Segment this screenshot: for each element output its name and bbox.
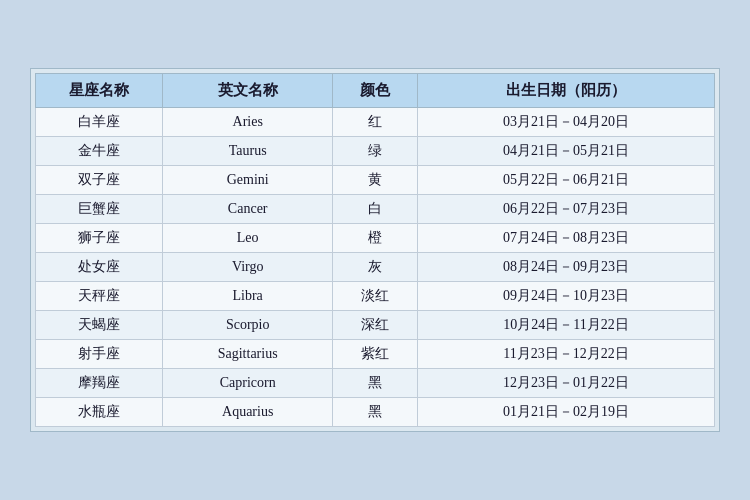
cell-english: Sagittarius <box>163 340 333 369</box>
cell-date: 06月22日－07月23日 <box>417 195 714 224</box>
table-row: 天秤座Libra淡红09月24日－10月23日 <box>36 282 715 311</box>
cell-chinese: 狮子座 <box>36 224 163 253</box>
cell-english: Aries <box>163 108 333 137</box>
cell-english: Capricorn <box>163 369 333 398</box>
cell-chinese: 天秤座 <box>36 282 163 311</box>
header-date: 出生日期（阳历） <box>417 74 714 108</box>
cell-color: 黑 <box>333 398 418 427</box>
cell-date: 09月24日－10月23日 <box>417 282 714 311</box>
table-row: 双子座Gemini黄05月22日－06月21日 <box>36 166 715 195</box>
header-color: 颜色 <box>333 74 418 108</box>
table-row: 狮子座Leo橙07月24日－08月23日 <box>36 224 715 253</box>
table-row: 射手座Sagittarius紫红11月23日－12月22日 <box>36 340 715 369</box>
cell-chinese: 巨蟹座 <box>36 195 163 224</box>
cell-date: 12月23日－01月22日 <box>417 369 714 398</box>
zodiac-table: 星座名称 英文名称 颜色 出生日期（阳历） 白羊座Aries红03月21日－04… <box>35 73 715 427</box>
cell-color: 淡红 <box>333 282 418 311</box>
table-row: 水瓶座Aquarius黑01月21日－02月19日 <box>36 398 715 427</box>
cell-chinese: 白羊座 <box>36 108 163 137</box>
table-row: 白羊座Aries红03月21日－04月20日 <box>36 108 715 137</box>
cell-date: 01月21日－02月19日 <box>417 398 714 427</box>
cell-chinese: 双子座 <box>36 166 163 195</box>
cell-color: 红 <box>333 108 418 137</box>
table-row: 巨蟹座Cancer白06月22日－07月23日 <box>36 195 715 224</box>
header-english: 英文名称 <box>163 74 333 108</box>
cell-date: 07月24日－08月23日 <box>417 224 714 253</box>
table-row: 金牛座Taurus绿04月21日－05月21日 <box>36 137 715 166</box>
cell-english: Aquarius <box>163 398 333 427</box>
cell-chinese: 处女座 <box>36 253 163 282</box>
cell-chinese: 天蝎座 <box>36 311 163 340</box>
cell-color: 黑 <box>333 369 418 398</box>
cell-chinese: 射手座 <box>36 340 163 369</box>
cell-date: 11月23日－12月22日 <box>417 340 714 369</box>
table-row: 天蝎座Scorpio深红10月24日－11月22日 <box>36 311 715 340</box>
table-row: 处女座Virgo灰08月24日－09月23日 <box>36 253 715 282</box>
cell-color: 灰 <box>333 253 418 282</box>
table-row: 摩羯座Capricorn黑12月23日－01月22日 <box>36 369 715 398</box>
zodiac-table-container: 星座名称 英文名称 颜色 出生日期（阳历） 白羊座Aries红03月21日－04… <box>30 68 720 432</box>
cell-chinese: 水瓶座 <box>36 398 163 427</box>
cell-date: 08月24日－09月23日 <box>417 253 714 282</box>
cell-date: 10月24日－11月22日 <box>417 311 714 340</box>
cell-english: Libra <box>163 282 333 311</box>
cell-english: Virgo <box>163 253 333 282</box>
cell-english: Taurus <box>163 137 333 166</box>
cell-color: 橙 <box>333 224 418 253</box>
table-header-row: 星座名称 英文名称 颜色 出生日期（阳历） <box>36 74 715 108</box>
cell-english: Gemini <box>163 166 333 195</box>
cell-english: Scorpio <box>163 311 333 340</box>
cell-color: 白 <box>333 195 418 224</box>
cell-english: Cancer <box>163 195 333 224</box>
cell-color: 绿 <box>333 137 418 166</box>
cell-chinese: 金牛座 <box>36 137 163 166</box>
cell-chinese: 摩羯座 <box>36 369 163 398</box>
cell-date: 03月21日－04月20日 <box>417 108 714 137</box>
cell-color: 紫红 <box>333 340 418 369</box>
header-chinese: 星座名称 <box>36 74 163 108</box>
cell-color: 深红 <box>333 311 418 340</box>
cell-color: 黄 <box>333 166 418 195</box>
cell-english: Leo <box>163 224 333 253</box>
cell-date: 05月22日－06月21日 <box>417 166 714 195</box>
cell-date: 04月21日－05月21日 <box>417 137 714 166</box>
